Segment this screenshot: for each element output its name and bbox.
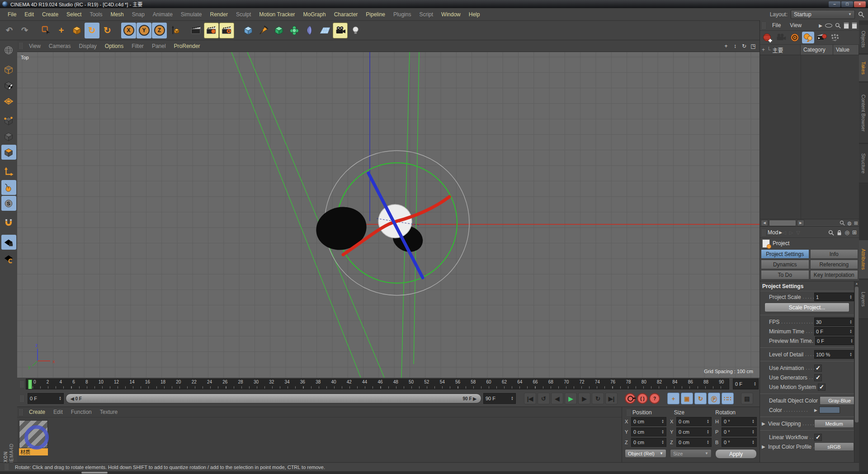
live-selection-icon[interactable]: [38, 23, 53, 38]
page-view-icon[interactable]: [852, 22, 857, 29]
menu-animate[interactable]: Animate: [149, 11, 177, 18]
use-motion-system-checkbox[interactable]: ✓: [818, 384, 826, 391]
menu-file[interactable]: File: [4, 11, 20, 18]
viewport-menu-options[interactable]: Options: [101, 43, 127, 49]
primitive-cube-icon[interactable]: [241, 23, 255, 38]
fps-field[interactable]: 30▲▼: [814, 318, 854, 326]
grip-handle[interactable]: [20, 381, 24, 388]
record-keyframe-button[interactable]: [625, 393, 636, 404]
attributes-scrollbar[interactable]: ▲: [854, 281, 859, 462]
lock-x-icon[interactable]: X: [121, 23, 136, 38]
grip-handle[interactable]: [19, 409, 23, 416]
key-scale-button[interactable]: ▣: [681, 393, 693, 404]
prev-frame-button[interactable]: ◀: [551, 393, 563, 404]
material-menu-function[interactable]: Function: [67, 409, 96, 415]
key-position-button[interactable]: +: [667, 393, 679, 404]
search-icon[interactable]: [858, 11, 864, 18]
key-parameter-button[interactable]: Ⓟ: [708, 393, 720, 404]
menu-window[interactable]: Window: [437, 11, 465, 18]
maximize-button[interactable]: □: [841, 1, 853, 7]
zoom-view-icon[interactable]: ↕: [731, 43, 739, 50]
coordinate-system-icon[interactable]: >: [167, 23, 182, 38]
panel-arrow-icon[interactable]: ▶: [819, 23, 822, 28]
takes-column-value[interactable]: Value: [833, 45, 859, 55]
list-view-icon[interactable]: [844, 22, 849, 29]
project-scale-field[interactable]: 1▲▼: [814, 293, 854, 301]
key-pla-button[interactable]: ∷∷: [722, 393, 734, 404]
stepper-icon[interactable]: ▲▼: [511, 396, 514, 401]
material-menu-edit[interactable]: Edit: [49, 409, 67, 415]
stepper-icon[interactable]: ▲▼: [752, 430, 755, 434]
take-notes-icon[interactable]: [829, 32, 841, 43]
close-button[interactable]: ×: [854, 1, 866, 7]
goto-end-button[interactable]: ▶|: [605, 393, 618, 404]
takes-horizontal-scrollbar[interactable]: ◀ ▶ ◍ ⊞: [760, 219, 859, 227]
stepper-icon[interactable]: ▲▼: [849, 295, 852, 299]
menu-motion-tracker[interactable]: Motion Tracker: [255, 11, 299, 18]
toggle-panel-icon[interactable]: ◳: [750, 43, 757, 50]
render-picture-viewer-icon[interactable]: [204, 23, 219, 38]
stepper-icon[interactable]: ▲▼: [849, 320, 852, 324]
target-icon[interactable]: ◎: [844, 229, 849, 236]
polygons-mode-icon[interactable]: [1, 145, 16, 160]
viewport-menu-filter[interactable]: Filter: [127, 43, 148, 49]
undo-icon[interactable]: ↶: [2, 23, 17, 38]
grip-handle[interactable]: [19, 43, 23, 49]
model-mode-icon[interactable]: [1, 62, 16, 77]
lock-workplane-icon[interactable]: ="none" stroke="#2a2a2a" stroke-width="1…: [1, 235, 16, 250]
side-tab-content-browser[interactable]: Content Browser: [859, 83, 868, 143]
menu-pipeline[interactable]: Pipeline: [362, 11, 389, 18]
lens-icon[interactable]: [825, 24, 832, 28]
rotation-h-field[interactable]: 0 °▲▼: [722, 417, 757, 426]
use-generators-checkbox[interactable]: ✓: [814, 374, 822, 381]
layout-select[interactable]: Startup ▼: [791, 10, 855, 19]
size-x-field[interactable]: 0 cm▲▼: [676, 417, 712, 426]
side-tab-attributes[interactable]: Attributes: [859, 240, 868, 279]
material-menu-create[interactable]: Create: [25, 409, 49, 415]
move-tool-icon[interactable]: +: [54, 23, 69, 38]
mode-arrow-icon[interactable]: ▶: [779, 230, 782, 235]
scale-tool-icon[interactable]: [69, 23, 84, 38]
attr-tab-key-interpolation[interactable]: Key Interpolation: [810, 270, 859, 280]
apply-button[interactable]: Apply: [715, 449, 757, 459]
end-frame-field[interactable]: 90 F ▲▼: [483, 393, 516, 404]
rotate-tool-icon[interactable]: ↻: [85, 23, 99, 38]
play-button[interactable]: ▶: [565, 393, 577, 404]
autokey-button[interactable]: ( ): [637, 393, 648, 404]
menu-character[interactable]: Character: [330, 11, 362, 18]
rotation-b-field[interactable]: 0 °▲▼: [722, 438, 757, 447]
lock-y-icon[interactable]: Y: [137, 23, 151, 38]
takes-list-body[interactable]: [760, 55, 859, 219]
menu-render[interactable]: Render: [206, 11, 232, 18]
attr-tab-dynamics[interactable]: Dynamics: [761, 260, 809, 269]
next-key-button[interactable]: ↻: [592, 393, 604, 404]
magnet-snap-icon[interactable]: [1, 215, 16, 230]
scroll-left-icon[interactable]: ◀: [761, 220, 768, 226]
menu-edit[interactable]: Edit: [20, 11, 38, 18]
keyframe-selection-button[interactable]: ?: [649, 393, 660, 404]
minimize-button[interactable]: –: [829, 1, 840, 7]
viewport[interactable]: z x y Top Grid Spacing : 100 cm: [17, 52, 760, 378]
viewport-menu-panel[interactable]: Panel: [148, 43, 170, 49]
goto-start-button[interactable]: |◀: [524, 393, 536, 404]
object-rel--select[interactable]: Object (Rel)▼: [625, 449, 666, 458]
edges-mode-icon[interactable]: [1, 129, 16, 144]
side-tab-objects[interactable]: Objects: [859, 25, 868, 54]
timeline-ruler[interactable]: 0246810121416182022242628303234363840424…: [26, 379, 729, 389]
menu-simulate[interactable]: Simulate: [177, 11, 206, 18]
menu-create[interactable]: Create: [38, 11, 62, 18]
light-icon[interactable]: [348, 23, 363, 38]
stepper-icon[interactable]: ▲▼: [752, 419, 755, 424]
search-icon[interactable]: [828, 230, 834, 236]
render-settings-icon[interactable]: [219, 23, 234, 38]
stepper-icon[interactable]: ▲▼: [707, 440, 709, 445]
stepper-icon[interactable]: ▲▼: [707, 430, 709, 434]
viewport-menu-view[interactable]: View: [25, 43, 45, 49]
scrollbar-thumb[interactable]: [855, 287, 859, 422]
attr-tab-info[interactable]: Info: [810, 249, 859, 259]
stepper-icon[interactable]: ▲▼: [752, 440, 755, 445]
grip-handle[interactable]: [20, 395, 24, 402]
size-y-field[interactable]: 0 cm▲▼: [676, 427, 712, 436]
material-item[interactable]: 材质: [19, 420, 48, 455]
attr-tab-referencing[interactable]: Referencing: [810, 260, 859, 269]
